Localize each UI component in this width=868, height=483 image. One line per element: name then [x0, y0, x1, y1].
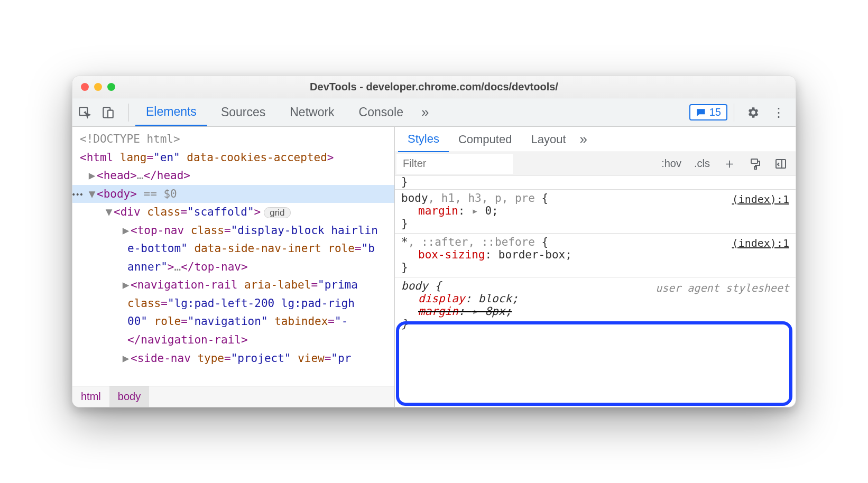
dom-topnav-cont[interactable]: e-bottom" data-side-nav-inert role="b: [72, 239, 394, 258]
hov-toggle[interactable]: :hov: [656, 155, 687, 172]
dom-topnav[interactable]: ▶<top-nav class="display-block hairlin: [72, 221, 394, 240]
styles-filter-bar: :hov .cls ＋: [395, 152, 796, 175]
filter-input[interactable]: [396, 154, 513, 174]
css-rule[interactable]: (index):1 *, ::after, ::before { box-siz…: [395, 234, 796, 277]
dom-topnav-cont2[interactable]: anner">…</top-nav>: [72, 258, 394, 276]
dom-tree[interactable]: <!DOCTYPE html> <html lang="en" data-coo…: [72, 127, 394, 386]
svg-rect-4: [754, 166, 756, 169]
more-subtabs-icon[interactable]: »: [576, 131, 592, 147]
more-tabs-icon[interactable]: »: [417, 104, 433, 120]
subtab-styles[interactable]: Styles: [398, 126, 449, 153]
dom-doctype[interactable]: <!DOCTYPE html>: [72, 130, 394, 148]
dom-html[interactable]: <html lang="en" data-cookies-accepted>: [72, 148, 394, 167]
paint-icon[interactable]: [744, 155, 767, 172]
css-prop[interactable]: margin: ▸ 0;: [401, 205, 789, 217]
messages-badge[interactable]: 15: [689, 104, 727, 120]
devtools-window: DevTools - developer.chrome.com/docs/dev…: [72, 76, 796, 407]
crumb-body[interactable]: body: [109, 386, 149, 407]
styles-tabs: Styles Computed Layout »: [395, 127, 796, 152]
breadcrumbs: html body: [72, 386, 394, 407]
toolbar-divider: [128, 104, 129, 122]
kebab-menu-icon[interactable]: ⋮: [767, 105, 790, 120]
panel-tabs: Elements Sources Network Console »: [135, 98, 687, 126]
settings-icon[interactable]: [741, 106, 765, 119]
window-title: DevTools - developer.chrome.com/docs/dev…: [80, 81, 788, 93]
svg-rect-2: [108, 110, 113, 117]
rule-fragment[interactable]: }: [395, 175, 796, 190]
highlight-annotation: [396, 321, 792, 406]
subtab-computed[interactable]: Computed: [449, 126, 522, 153]
panes: <!DOCTYPE html> <html lang="en" data-coo…: [72, 127, 796, 407]
minimize-icon[interactable]: [94, 83, 102, 91]
device-toggle-icon[interactable]: [101, 106, 122, 119]
style-rules: } (index):1 body, h1, h3, p, pre { margi…: [395, 175, 796, 407]
elements-panel: <!DOCTYPE html> <html lang="en" data-coo…: [72, 127, 395, 407]
css-prop[interactable]: box-sizing: border-box;: [401, 248, 789, 261]
message-icon: [696, 107, 706, 118]
crumb-html[interactable]: html: [72, 386, 109, 407]
toggle-side-icon[interactable]: [769, 155, 792, 172]
styles-panel: Styles Computed Layout » :hov .cls ＋: [395, 127, 796, 407]
subtab-layout[interactable]: Layout: [521, 126, 575, 153]
tab-elements[interactable]: Elements: [135, 98, 207, 126]
css-rule-useragent[interactable]: user agent stylesheet body { display: bl…: [395, 277, 796, 333]
dom-navrail-close[interactable]: </navigation-rail>: [72, 331, 394, 349]
rule-source-ua: user agent stylesheet: [655, 282, 789, 294]
tab-network[interactable]: Network: [279, 99, 345, 126]
toolbar-divider: [734, 104, 734, 122]
dom-navrail-cont2[interactable]: 00" role="navigation" tabindex="-: [72, 312, 394, 331]
dom-navrail[interactable]: ▶<navigation-rail aria-label="prima: [72, 276, 394, 294]
css-rule[interactable]: (index):1 body, h1, h3, p, pre { margin:…: [395, 190, 796, 234]
css-prop-overridden[interactable]: margin: ▸ 8px;: [401, 305, 789, 318]
dom-sidenav[interactable]: ▶<side-nav type="project" view="pr: [72, 349, 394, 368]
dom-div-scaffold[interactable]: ▼<div class="scaffold">grid: [72, 203, 394, 221]
grid-badge[interactable]: grid: [264, 207, 290, 218]
dom-body-selected[interactable]: ▼<body> == $0: [72, 185, 394, 203]
dom-head[interactable]: ▶<head>…</head>: [72, 166, 394, 185]
tab-console[interactable]: Console: [348, 99, 414, 126]
dom-navrail-cont[interactable]: class="lg:pad-left-200 lg:pad-righ: [72, 294, 394, 313]
svg-rect-3: [751, 159, 758, 163]
rule-source[interactable]: (index):1: [732, 237, 789, 249]
window-controls: [81, 83, 115, 91]
rule-source[interactable]: (index):1: [732, 193, 789, 206]
cls-toggle[interactable]: .cls: [689, 155, 715, 172]
inspect-icon[interactable]: [78, 106, 99, 119]
main-toolbar: Elements Sources Network Console » 15 ⋮: [72, 98, 796, 127]
new-rule-icon[interactable]: ＋: [717, 152, 742, 175]
close-icon[interactable]: [81, 83, 89, 91]
titlebar: DevTools - developer.chrome.com/docs/dev…: [72, 76, 796, 98]
maximize-icon[interactable]: [107, 83, 115, 91]
tab-sources[interactable]: Sources: [210, 99, 276, 126]
messages-count: 15: [709, 106, 721, 118]
